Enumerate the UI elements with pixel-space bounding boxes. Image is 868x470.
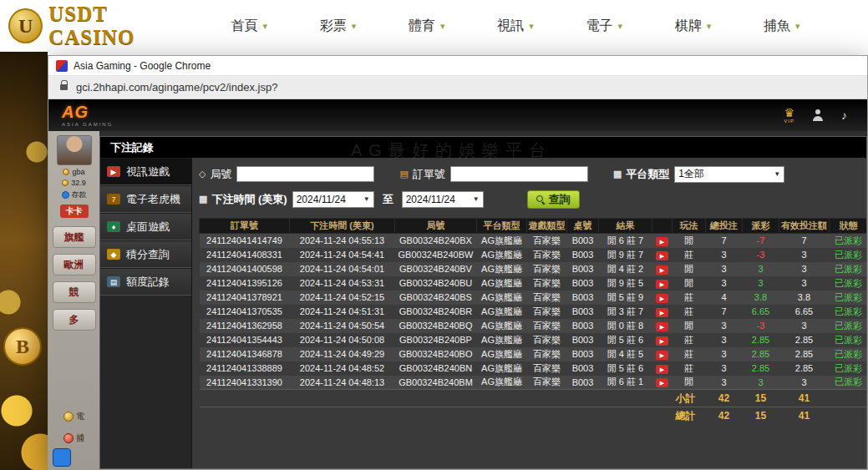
status-cell: 已派彩: [830, 291, 867, 305]
user-avatar[interactable]: [57, 135, 92, 165]
play-video-button[interactable]: ▶: [656, 294, 668, 303]
order-cell: 241124041338889: [200, 361, 290, 376]
table-number-cell: B003: [567, 248, 599, 262]
summary-bet: 42: [706, 390, 743, 407]
play-video-button[interactable]: ▶: [656, 265, 668, 275]
bet-row-4[interactable]: 2411240413789212024-11-24 04:52:15GB0032…: [200, 291, 867, 305]
nav-item-5[interactable]: 棋牌▾: [675, 18, 712, 35]
chevron-down-icon: ▾: [795, 21, 800, 32]
play-type-cell: 莊: [673, 305, 706, 319]
play-type-cell: 莊: [673, 361, 706, 376]
sidebar-mini-item-1[interactable]: 捕: [63, 432, 84, 444]
total-bet-cell: 7: [706, 234, 743, 248]
bet-row-0[interactable]: 2411240414147492024-11-24 04:55:13GB0032…: [200, 234, 867, 248]
tag-icon: ◇: [199, 169, 206, 179]
promo-badge[interactable]: 卡卡: [60, 205, 89, 218]
vip-button[interactable]: ♛ VIP: [784, 107, 794, 124]
menu-item-table-games[interactable]: ♦桌面遊戲: [100, 213, 191, 240]
summary-valid: 41: [779, 407, 830, 425]
play-video-button[interactable]: ▶: [656, 308, 668, 317]
round-number-input[interactable]: [236, 166, 374, 182]
status-cell: 已派彩: [830, 361, 867, 376]
table-number-cell: B003: [567, 361, 599, 376]
play-video-button[interactable]: ▶: [656, 251, 668, 260]
play-type-cell: 莊: [673, 347, 706, 361]
play-video-button[interactable]: ▶: [656, 280, 668, 289]
order-number-input[interactable]: [450, 166, 588, 182]
payout-cell: 6.65: [743, 305, 779, 319]
bet-row-3[interactable]: 2411240413951262024-11-24 04:53:31GB0032…: [200, 276, 867, 291]
valid-bet-cell: 2.85: [779, 347, 830, 361]
hall-buttons: 旗艦歐洲競多: [53, 220, 96, 331]
date-to-value: 2024/11/24: [406, 194, 455, 205]
payout-cell: -3: [743, 319, 779, 333]
col-header-11: 有效投注額: [779, 219, 830, 234]
platform-cell: AG旗艦廳: [477, 248, 527, 262]
play-video-button[interactable]: ▶: [656, 365, 668, 374]
menu-item-label: 電子老虎機: [126, 192, 180, 207]
nav-item-3[interactable]: 視訊▾: [497, 18, 534, 35]
deposit-item[interactable]: 存款: [62, 190, 87, 200]
bet-row-1[interactable]: 2411240414083312024-11-24 04:54:41GB0032…: [200, 248, 867, 262]
nav-item-1[interactable]: 彩票▾: [320, 18, 357, 35]
sidebar-mini-item-0[interactable]: 電: [63, 411, 84, 422]
platform-type-select[interactable]: 1全部 ▼: [674, 166, 784, 183]
video-cell: ▶: [652, 347, 673, 361]
nav-item-2[interactable]: 體育▾: [409, 18, 445, 35]
nav-item-6[interactable]: 捕魚▾: [764, 18, 800, 35]
menu-item-label: 額度記錄: [126, 275, 170, 290]
bet-row-8[interactable]: 2411240413468782024-11-24 04:49:29GB0032…: [200, 347, 867, 361]
coin-icon: [62, 179, 69, 186]
game-cell: 百家樂: [527, 347, 567, 361]
site-logo[interactable]: U USDT CASINO: [0, 3, 196, 49]
customer-service-icon[interactable]: [811, 109, 825, 121]
deposit-icon: [62, 191, 69, 199]
play-video-button[interactable]: ▶: [656, 336, 668, 346]
chevron-down-icon: ▼: [774, 170, 780, 178]
bet-row-10[interactable]: 2411240413313902024-11-24 04:48:13GB0032…: [200, 376, 867, 390]
round-cell: GB00324B240BM: [395, 376, 477, 390]
hall-button-3[interactable]: 多: [53, 309, 96, 331]
nav-item-4[interactable]: 電子▾: [586, 18, 623, 35]
game-cell: 百家樂: [527, 361, 567, 376]
document-icon: ▤: [399, 169, 408, 179]
panel-title-text: 下注記錄: [110, 140, 154, 155]
bet-row-9[interactable]: 2411240413388892024-11-24 04:48:52GB0032…: [200, 361, 867, 376]
bet-row-7[interactable]: 2411240413544432024-11-24 04:50:08GB0032…: [200, 333, 867, 347]
search-button[interactable]: 查詢: [527, 190, 580, 209]
valid-bet-cell: 6.65: [779, 305, 830, 319]
menu-item-video-games[interactable]: ▶視訊遊戲: [100, 158, 191, 185]
bet-row-5[interactable]: 2411240413705352024-11-24 04:51:31GB0032…: [200, 305, 867, 319]
bet-row-6[interactable]: 2411240413629582024-11-24 04:50:54GB0032…: [200, 319, 867, 333]
menu-item-points-query[interactable]: ◆積分查詢: [100, 240, 191, 268]
result-cell: 閒 5 莊 9: [599, 291, 652, 305]
bet-row-2[interactable]: 2411240414005982024-11-24 04:54:01GB0032…: [200, 262, 867, 276]
hall-button-1[interactable]: 歐洲: [53, 254, 96, 275]
crown-icon: ♛: [784, 107, 794, 119]
result-cell: 閒 6 莊 7: [599, 234, 652, 248]
play-video-button[interactable]: ▶: [656, 378, 668, 387]
popup-titlebar[interactable]: Asia Gaming - Google Chrome: [48, 56, 867, 76]
table-footer: 小計421541總計421541: [200, 390, 867, 425]
play-type-cell: 莊: [673, 248, 706, 262]
subtotal-row: 小計421541: [200, 390, 867, 407]
service-icon[interactable]: [53, 448, 71, 467]
date-from-select[interactable]: 2024/11/24 ▼: [292, 191, 374, 208]
nav-item-0[interactable]: 首頁▾: [231, 18, 267, 35]
music-note-icon[interactable]: ♪: [841, 109, 847, 122]
hall-button-2[interactable]: 競: [53, 281, 96, 303]
hall-button-0[interactable]: 旗艦: [53, 226, 96, 248]
time-cell: 2024-11-24 04:52:15: [290, 291, 395, 305]
result-cell: 閒 0 莊 8: [599, 319, 652, 333]
valid-bet-cell: 3: [779, 262, 830, 276]
play-video-button[interactable]: ▶: [656, 322, 668, 331]
address-bar[interactable]: gci.2hhapi.com/agingame/pcv2/index.jsp?: [48, 76, 867, 99]
table-number-cell: B003: [567, 262, 599, 276]
date-to-select[interactable]: 2024/11/24 ▼: [402, 191, 484, 208]
play-video-button[interactable]: ▶: [656, 351, 668, 360]
menu-item-slot-machines[interactable]: 7電子老虎機: [100, 185, 191, 213]
time-cell: 2024-11-24 04:48:52: [290, 361, 395, 376]
menu-item-credit-records[interactable]: ▤額度記錄: [100, 268, 191, 296]
table-body: 2411240414147492024-11-24 04:55:13GB0032…: [200, 234, 867, 390]
play-video-button[interactable]: ▶: [656, 237, 668, 246]
